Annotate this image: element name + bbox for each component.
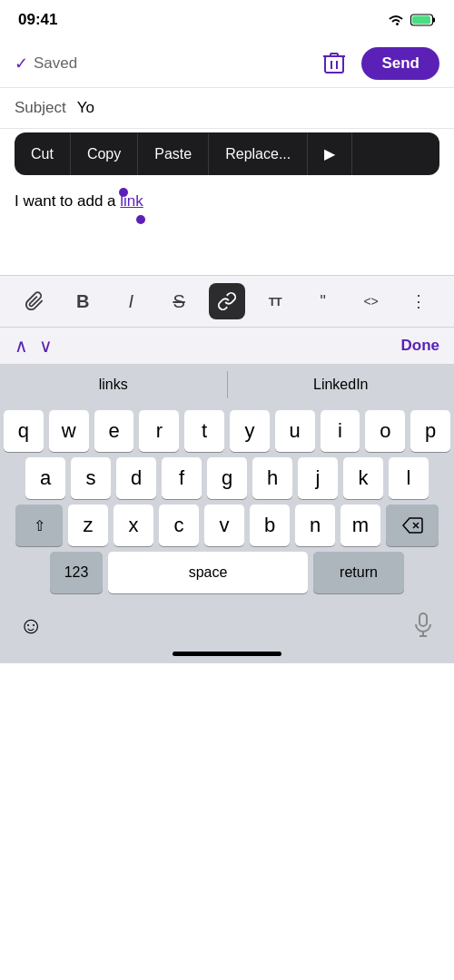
key-g[interactable]: g	[207, 457, 247, 499]
paste-menu-item[interactable]: Paste	[138, 133, 209, 175]
keyboard: q w e r t y u i o p a s d f g h j k l ⇧ …	[0, 405, 454, 603]
send-button[interactable]: Send	[361, 47, 439, 80]
key-d[interactable]: d	[116, 457, 156, 499]
svg-rect-3	[325, 56, 343, 73]
battery-icon	[410, 14, 436, 26]
context-menu: Cut Copy Paste Replace... ▶	[15, 132, 439, 175]
nav-down-arrow[interactable]: ∨	[39, 335, 53, 357]
chevron-down-icon[interactable]: ✓	[15, 54, 28, 74]
keyboard-row-1: q w e r t y u i o p	[4, 410, 450, 452]
saved-area: ✓ Saved	[15, 54, 77, 74]
bold-button[interactable]: B	[64, 283, 101, 319]
more-format-button[interactable]: ⋮	[400, 283, 437, 319]
strikethrough-button[interactable]: S	[161, 283, 197, 319]
space-key[interactable]: space	[108, 552, 308, 593]
status-bar: 09:41	[0, 0, 454, 40]
key-p[interactable]: p	[410, 410, 450, 452]
mic-key[interactable]	[403, 605, 443, 645]
key-u[interactable]: u	[275, 410, 315, 452]
shift-key[interactable]: ⇧	[15, 505, 63, 546]
quote-button[interactable]: "	[305, 283, 341, 319]
home-bar	[173, 652, 281, 656]
link-icon	[217, 291, 237, 311]
key-s[interactable]: s	[71, 457, 111, 499]
keyboard-bottom: ☺	[0, 603, 454, 652]
done-button[interactable]: Done	[401, 337, 440, 355]
return-key[interactable]: return	[313, 552, 404, 593]
mic-icon	[413, 612, 433, 638]
home-indicator	[0, 652, 454, 663]
trash-button[interactable]	[318, 47, 350, 80]
context-menu-wrapper: Cut Copy Paste Replace... ▶	[15, 132, 439, 175]
keyboard-row-3: ⇧ z x c v b n m	[4, 505, 450, 546]
key-o[interactable]: o	[365, 410, 405, 452]
link-button[interactable]	[209, 283, 245, 319]
key-m[interactable]: m	[340, 505, 380, 546]
svg-rect-9	[419, 613, 427, 626]
nav-up-arrow[interactable]: ∧	[15, 335, 28, 357]
attachment-button[interactable]	[16, 283, 53, 319]
emoji-key[interactable]: ☺	[11, 605, 51, 645]
cut-menu-item[interactable]: Cut	[15, 133, 71, 175]
svg-rect-1	[433, 18, 436, 23]
wifi-icon	[387, 14, 405, 26]
nav-arrows: ∧ ∨	[15, 335, 53, 357]
key-e[interactable]: e	[94, 410, 134, 452]
top-actions: Send	[318, 47, 439, 80]
cursor-top	[119, 188, 128, 197]
email-body[interactable]: I want to add a link	[0, 175, 454, 248]
nav-row: ∧ ∨ Done	[0, 328, 454, 365]
key-a[interactable]: a	[25, 457, 65, 499]
saved-label: Saved	[34, 54, 77, 73]
key-l[interactable]: l	[389, 457, 429, 499]
formatting-toolbar: B I S TT " <> ⋮	[0, 275, 454, 328]
svg-rect-2	[412, 16, 430, 24]
keyboard-row-4: 123 space return	[4, 552, 450, 593]
key-j[interactable]: j	[298, 457, 338, 499]
backspace-icon	[401, 517, 423, 534]
code-button[interactable]: <>	[353, 283, 390, 319]
key-q[interactable]: q	[4, 410, 44, 452]
trash-icon	[323, 51, 345, 76]
attachment-icon	[25, 291, 44, 311]
key-v[interactable]: v	[204, 505, 244, 546]
body-text: I want to add a link	[15, 192, 143, 210]
key-r[interactable]: r	[139, 410, 179, 452]
backspace-key[interactable]	[386, 505, 439, 546]
suggestion-linkedin[interactable]: LinkedIn	[228, 368, 455, 402]
keyboard-row-2: a s d f g h j k l	[4, 457, 450, 499]
status-time: 09:41	[18, 11, 57, 29]
key-z[interactable]: z	[68, 505, 108, 546]
key-k[interactable]: k	[343, 457, 383, 499]
text-size-button[interactable]: TT	[257, 283, 293, 319]
key-c[interactable]: c	[159, 505, 199, 546]
subject-line: Subject Yo	[0, 88, 454, 129]
status-icons	[387, 14, 436, 26]
cursor-bottom	[136, 215, 145, 224]
subject-label: Subject	[15, 99, 66, 117]
replace-menu-item[interactable]: Replace...	[209, 133, 308, 175]
key-f[interactable]: f	[162, 457, 202, 499]
subject-value[interactable]: Yo	[77, 99, 94, 117]
italic-button[interactable]: I	[113, 283, 149, 319]
more-menu-item[interactable]: ▶	[308, 132, 352, 175]
numbers-key[interactable]: 123	[50, 552, 103, 593]
key-i[interactable]: i	[321, 410, 360, 452]
key-t[interactable]: t	[184, 410, 224, 452]
suggestion-links[interactable]: links	[0, 368, 227, 402]
key-h[interactable]: h	[252, 457, 292, 499]
key-n[interactable]: n	[295, 505, 335, 546]
key-y[interactable]: y	[230, 410, 270, 452]
key-w[interactable]: w	[49, 410, 89, 452]
key-x[interactable]: x	[114, 505, 153, 546]
link-text: link	[120, 192, 143, 210]
key-b[interactable]: b	[250, 505, 290, 546]
top-bar: ✓ Saved Send	[0, 40, 454, 88]
copy-menu-item[interactable]: Copy	[71, 133, 138, 175]
keyboard-suggestions: links LinkedIn	[0, 365, 454, 405]
